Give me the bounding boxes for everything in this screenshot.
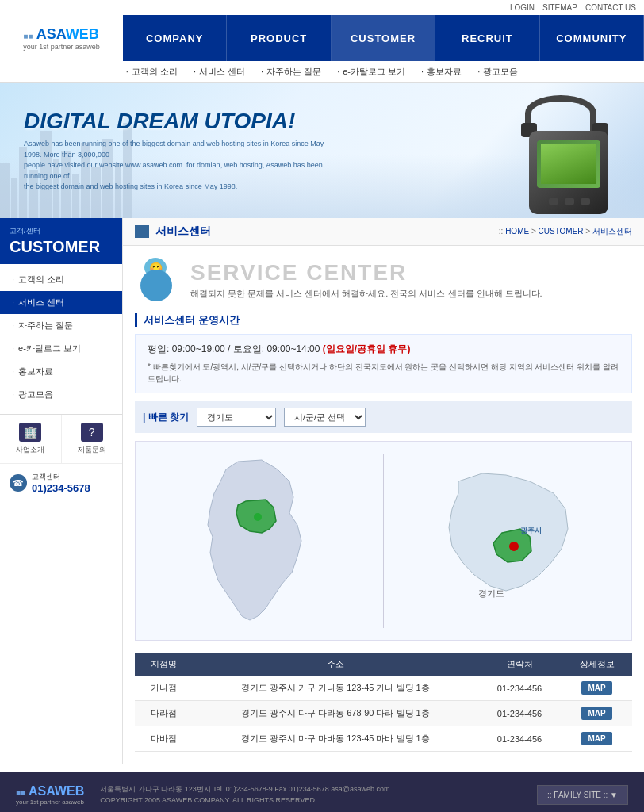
hero-title: DIGITAL DREAM UTOPIA! <box>24 109 325 134</box>
branch-address-3: 경기도 광주시 마구 마바동 123-45 마바 빌딩 1층 <box>194 726 477 752</box>
city-name-label: 광주시 <box>520 527 542 534</box>
mascot-body <box>140 270 172 301</box>
login-link[interactable]: LOGIN <box>510 3 535 12</box>
subnav-item-4[interactable]: e-카탈로그 보기 <box>337 66 405 78</box>
device-container <box>517 91 620 218</box>
footer-logo-area: ■■ ASAWEB your 1st partner asaweb <box>16 784 84 806</box>
city-select[interactable]: 시/군/군 선택 <box>284 408 366 427</box>
branch-map-3: MAP <box>562 726 632 752</box>
branch-map-1: MAP <box>562 676 632 701</box>
sitemap-link[interactable]: SITEMAP <box>542 3 577 12</box>
service-center-desc: 해결되지 못한 문제를 서비스 센터에서 해결하세요. 전국의 서비스 센터를 … <box>190 288 632 300</box>
branch-name-1: 가나점 <box>135 676 194 701</box>
footer-copyright: COPYRIGHT 2005 ASAWEB COMPANY. ALL RIGHT… <box>100 795 521 806</box>
footer-info: 서울특별시 가나구 다라동 123번지 Tel. 01)234-5678-9 F… <box>100 783 521 806</box>
button-1 <box>549 198 558 205</box>
branch-phone-3: 01-234-456 <box>477 726 562 752</box>
footer: ■■ ASAWEB your 1st partner asaweb 서울특별시 … <box>0 772 644 812</box>
sidebar-business-btn[interactable]: 🏢 사업소개 <box>0 415 62 463</box>
sidebar: 고객/센터 CUSTOMER 고객의 소리 서비스 센터 자주하는 질문 e-카… <box>0 218 123 764</box>
korea-overview-map[interactable] <box>174 454 333 628</box>
map-button-3[interactable]: MAP <box>581 732 611 745</box>
subnav-item-6[interactable]: 광고모음 <box>477 66 518 78</box>
hero-device <box>517 91 628 210</box>
sidebar-menu-promo[interactable]: 홍보자료 <box>0 360 122 383</box>
screen-content <box>541 144 596 184</box>
sidebar-header-sub: 고객/센터 <box>10 226 113 236</box>
col-branch: 지점명 <box>135 653 194 676</box>
page-title-icon <box>135 225 149 238</box>
subnav-item-1[interactable]: 고객의 소리 <box>126 66 178 78</box>
device-body <box>529 131 608 214</box>
hours-note: * 빠른찾기에서 도/광역시, 시/군/구를 선택하시거나 하단의 전국지도에서… <box>148 361 619 385</box>
nav-product[interactable]: PRODUCT <box>227 15 331 61</box>
subnav-item-5[interactable]: 홍보자료 <box>421 66 462 78</box>
col-address: 주소 <box>194 653 477 676</box>
hours-text: 평일: 09:00~19:00 / 토요일: 09:00~14:00 (일요일/… <box>148 343 619 356</box>
nav-community[interactable]: COMMUNITY <box>540 15 644 61</box>
main-content: 서비스센터 :: HOME > CUSTOMER > 서비스센터 😊 SERVI… <box>123 218 644 764</box>
quick-find-bar: 빠른 찾기 경기도 시/군/군 선택 <box>135 401 632 433</box>
hero-desc: Asaweb has been running one of the bigge… <box>24 139 325 193</box>
col-phone: 연락처 <box>477 653 562 676</box>
region-name-label: 경기도 <box>478 588 504 598</box>
building-1 <box>0 163 10 218</box>
content-wrapper: 고객/센터 CUSTOMER 고객의 소리 서비스 센터 자주하는 질문 e-카… <box>0 218 644 764</box>
hours-section-title: 서비스센터 운영시간 <box>135 313 632 327</box>
service-center-title: SERVICE CENTER <box>190 260 632 285</box>
sidebar-menu-faq[interactable]: 자주하는 질문 <box>0 314 122 337</box>
device-buttons <box>549 198 590 205</box>
sidebar-menu-ads[interactable]: 광고모음 <box>0 383 122 406</box>
branch-address-1: 경기도 광주시 가구 가나동 123-45 가나 빌딩 1층 <box>194 676 477 701</box>
nav-company[interactable]: COMPANY <box>123 15 227 61</box>
logo-title: ■■ ASAWEB <box>23 26 100 43</box>
map-button-2[interactable]: MAP <box>581 707 611 720</box>
subnav-item-2[interactable]: 서비스 센터 <box>194 66 245 78</box>
family-site-dropdown[interactable]: :: FAMILY SITE :: ▼ <box>537 785 628 805</box>
branch-name-2: 다라점 <box>135 701 194 726</box>
branch-phone-2: 01-234-456 <box>477 701 562 726</box>
table-header-row: 지점명 주소 연락처 상세정보 <box>135 653 632 676</box>
page-title: 서비스센터 <box>155 224 211 239</box>
sidebar-phone: ☎ 고객센터 01)234-5678 <box>0 463 122 502</box>
branch-map-2: MAP <box>562 701 632 726</box>
sidebar-menu-gosori[interactable]: 고객의 소리 <box>0 268 122 291</box>
sidebar-header-title: CUSTOMER <box>10 238 113 256</box>
map-divider <box>383 454 384 628</box>
table-body: 가나점 경기도 광주시 가구 가나동 123-45 가나 빌딩 1층 01-23… <box>135 676 632 752</box>
subnav-item-3[interactable]: 자주하는 질문 <box>261 66 321 78</box>
contact-link[interactable]: CONTACT US <box>585 3 636 12</box>
footer-address: 서울특별시 가나구 다라동 123번지 Tel. 01)234-5678-9 F… <box>100 783 521 795</box>
region-dot <box>254 513 262 521</box>
map-right: 광주시 경기도 <box>408 454 619 628</box>
device-screen <box>537 140 600 188</box>
hours-highlight: (일요일/공휴일 휴무) <box>323 343 411 354</box>
service-header: 😊 SERVICE CENTER 해결되지 못한 문제를 서비스 센터에서 해결… <box>135 258 632 301</box>
nav-recruit[interactable]: RECRUIT <box>435 15 539 61</box>
sidebar-product-btn[interactable]: ? 제품문의 <box>62 415 123 463</box>
map-area: 광주시 경기도 <box>135 441 632 641</box>
logo-subtitle: your 1st partner asaweb <box>23 43 100 51</box>
sidebar-menu-ecatalog[interactable]: e-카탈로그 보기 <box>0 337 122 360</box>
nav-customer[interactable]: CUSTOMER <box>332 15 435 61</box>
logo[interactable]: ■■ ASAWEB your 1st partner asaweb <box>23 26 100 51</box>
hero-text-area: DIGITAL DREAM UTOPIA! Asaweb has been ru… <box>24 109 325 193</box>
branch-table: 지점명 주소 연락처 상세정보 가나점 경기도 광주시 가구 가나동 123-4… <box>135 653 632 752</box>
service-content: 😊 SERVICE CENTER 해결되지 못한 문제를 서비스 센터에서 해결… <box>123 246 644 764</box>
table-row: 가나점 경기도 광주시 가구 가나동 123-45 가나 빌딩 1층 01-23… <box>135 676 632 701</box>
phone-info: 고객센터 01)234-5678 <box>32 472 90 494</box>
sidebar-header: 고객/센터 CUSTOMER <box>0 218 122 264</box>
hours-box: 평일: 09:00~19:00 / 토요일: 09:00~14:00 (일요일/… <box>135 334 632 393</box>
phone-label: 고객센터 <box>32 472 90 482</box>
logo-icon: ■■ <box>23 32 33 40</box>
svg-point-0 <box>509 542 519 551</box>
map-button-1[interactable]: MAP <box>581 681 611 695</box>
region-select[interactable]: 경기도 <box>197 408 276 427</box>
gyeonggi-detail-map[interactable]: 광주시 경기도 <box>427 458 601 624</box>
table-row: 다라점 경기도 광주시 다구 다라동 678-90 다라 빌딩 1층 01-23… <box>135 701 632 726</box>
button-2 <box>565 198 574 205</box>
sidebar-menu-service[interactable]: 서비스 센터 <box>0 291 122 314</box>
top-bar: LOGIN SITEMAP CONTACT US <box>0 0 644 15</box>
building-2 <box>11 178 17 218</box>
business-icon: 🏢 <box>19 423 41 442</box>
